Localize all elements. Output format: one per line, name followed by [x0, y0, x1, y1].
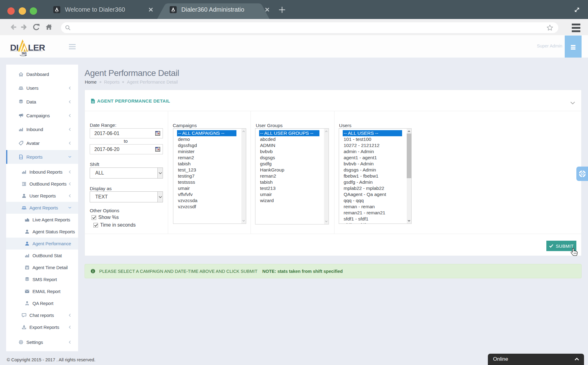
- forward-icon[interactable]: [21, 24, 27, 30]
- option-vffvfvfv[interactable]: vffvfvfv: [177, 191, 236, 198]
- option-dgssfsgd[interactable]: dgssfsgd: [177, 142, 236, 149]
- option-10272-2121212[interactable]: 10272 - 2121212: [343, 142, 402, 149]
- sidebar-item-outbound-reports[interactable]: OutBound Reports: [6, 178, 78, 190]
- sidebar-item-campaigns[interactable]: Campaigns: [6, 109, 78, 122]
- sidebar-item-inbound-reports[interactable]: Inbound Reports: [6, 166, 78, 178]
- shift-select[interactable]: ALL: [90, 167, 163, 179]
- sidebar-item-agent-status-reports[interactable]: Agent Status Reports: [6, 226, 78, 238]
- time-in-seconds-checkbox-row[interactable]: Time in seconds: [93, 222, 136, 228]
- sidebar-item-live-agent-reports[interactable]: Live Agent Reports: [6, 214, 78, 226]
- option-umair[interactable]: umair: [177, 185, 236, 191]
- breadcrumb-home[interactable]: Home: [85, 80, 97, 85]
- option-testssss[interactable]: testssss: [177, 179, 236, 185]
- sidebar-item-qa-report[interactable]: QA Report: [6, 297, 78, 309]
- sidebar-item-reports[interactable]: Reports: [6, 150, 78, 164]
- sidebar-item-agent-reports[interactable]: Agent Reports: [6, 202, 78, 214]
- option-testing7[interactable]: testing7: [177, 173, 236, 179]
- option-101-test100[interactable]: 101 - test100: [343, 136, 402, 142]
- calendar-picker-icon[interactable]: [155, 147, 160, 152]
- scroll-up-icon[interactable]: [407, 129, 411, 134]
- option-minister[interactable]: minister: [177, 149, 236, 155]
- scroll-down-icon[interactable]: [407, 218, 411, 223]
- help-widget-button[interactable]: [576, 167, 588, 181]
- show-percent-checkbox-row[interactable]: Show %s: [92, 215, 119, 220]
- option-reman2[interactable]: reman2: [177, 155, 236, 161]
- option-hankgroup[interactable]: HankGroup: [259, 167, 319, 173]
- option-demo[interactable]: demo: [177, 136, 236, 142]
- option-admin[interactable]: ADMIN: [259, 142, 319, 149]
- sidebar-item-inbound[interactable]: Inbound: [6, 122, 78, 136]
- sidebar-item-agent-time-detail[interactable]: Agent Time Detail: [6, 262, 78, 273]
- collapse-chevron-icon[interactable]: [570, 102, 575, 104]
- option-vzvzcsdf[interactable]: vzvzcsdf: [177, 204, 236, 210]
- campaigns-listbox[interactable]: -- ALL CAMPAIGNS --demodgssfsgdministerr…: [173, 128, 246, 224]
- new-tab-button[interactable]: [278, 6, 286, 14]
- checkbox-checked[interactable]: [92, 215, 96, 220]
- sidebar-item-outbound-stat[interactable]: OutBound Stat: [6, 250, 78, 262]
- option-mplab22-mplab22[interactable]: mplab22 - mplab22: [343, 185, 402, 191]
- scroll-up-icon[interactable]: [324, 129, 329, 134]
- reload-icon[interactable]: [32, 24, 40, 31]
- option-admin-admin[interactable]: admin - Admin: [343, 149, 402, 155]
- option-sfdf1-sfdf1[interactable]: sfdf1 - sfdf1: [343, 216, 402, 222]
- date-to-input[interactable]: 2017-06-20: [90, 144, 163, 154]
- browser-tab-administration[interactable]: Dialer360 Administratio: [157, 0, 270, 19]
- option-umair[interactable]: umair: [259, 191, 319, 198]
- fullscreen-icon[interactable]: [573, 6, 581, 14]
- bookmark-star-icon[interactable]: [546, 24, 553, 31]
- option-tabish[interactable]: tabish: [177, 161, 236, 167]
- option--all-campaigns-[interactable]: -- ALL CAMPAIGNS --: [177, 130, 236, 136]
- date-from-input[interactable]: 2017-06-01: [90, 128, 163, 138]
- back-icon[interactable]: [10, 24, 17, 30]
- sidebar-item-data[interactable]: Data: [6, 95, 78, 109]
- sidebar-item-settings[interactable]: Settings: [6, 335, 78, 349]
- sidebar-toggle-icon[interactable]: [69, 44, 76, 51]
- sidebar-item-chat-reports[interactable]: Chat reports: [6, 309, 78, 321]
- sidebar-item-email-report[interactable]: EMAIL Report: [6, 285, 78, 297]
- option-reman2[interactable]: reman2: [259, 173, 319, 179]
- sidebar-item-export-reports[interactable]: Export Reports: [6, 321, 78, 333]
- user-name[interactable]: Super Admin: [537, 43, 562, 48]
- option-tabish[interactable]: tabish: [259, 179, 319, 185]
- listbox-scrollbar[interactable]: [324, 129, 329, 224]
- option-dsgsgs-admin[interactable]: dsgsgs - Admin: [343, 167, 402, 173]
- listbox-scrollbar[interactable]: [407, 129, 411, 224]
- option-vzvzcsda[interactable]: vzvzcsda: [177, 198, 236, 204]
- checkbox-checked[interactable]: [93, 223, 98, 228]
- option-gsdfg[interactable]: gsdfg: [259, 161, 319, 167]
- option-fbebw1-fbebw1[interactable]: fbebw1 - fbebw1: [343, 173, 402, 179]
- option-reman-reman[interactable]: reman - reman: [343, 204, 402, 210]
- dialer360-logo[interactable]: DI LER 360: [10, 39, 47, 56]
- users-listbox[interactable]: -- ALL USERS --101 - test10010272 - 2121…: [339, 128, 412, 224]
- option-wizard[interactable]: wizard: [259, 198, 319, 204]
- header-menu-button[interactable]: [565, 36, 582, 58]
- calendar-picker-icon[interactable]: [155, 131, 160, 136]
- window-zoom-button[interactable]: [30, 7, 37, 15]
- tab-close-icon[interactable]: [265, 7, 270, 12]
- option-qaagent-qa-agent[interactable]: QAagent - Qa agent: [343, 191, 402, 198]
- option-dsgsgs[interactable]: dsgsgs: [259, 155, 319, 161]
- option-gsdfg-admin[interactable]: gsdfg - Admin: [343, 179, 402, 185]
- browser-menu-icon[interactable]: [572, 24, 580, 34]
- sidebar-item-agent-performance[interactable]: Agent Performance: [6, 238, 78, 250]
- option-test-123[interactable]: test_123: [177, 167, 236, 173]
- window-close-button[interactable]: [7, 7, 15, 15]
- option-bvbvb-admin[interactable]: bvbvb - Admin: [343, 161, 402, 167]
- address-bar[interactable]: [61, 22, 558, 33]
- option-test213[interactable]: test213: [259, 185, 319, 191]
- window-minimize-button[interactable]: [19, 7, 26, 15]
- scrollbar-thumb[interactable]: [407, 134, 411, 178]
- option--all-users-[interactable]: -- ALL USERS --: [343, 130, 402, 136]
- tab-close-icon[interactable]: [149, 7, 153, 12]
- sidebar-item-avatar[interactable]: Avatar: [6, 136, 78, 150]
- option-qqq-qqq[interactable]: qqq - qqq: [343, 198, 402, 204]
- sidebar-item-users[interactable]: Users: [6, 81, 78, 95]
- option--all-user-groups-[interactable]: -- ALL USER GROUPS --: [259, 130, 319, 136]
- scroll-up-icon[interactable]: [241, 129, 246, 134]
- option-bvbvb[interactable]: bvbvb: [259, 149, 319, 155]
- sidebar-item-sms-report[interactable]: SMS Report: [6, 273, 78, 285]
- option-agent1-agent1[interactable]: agent1 - agent1: [343, 155, 402, 161]
- scroll-down-icon[interactable]: [324, 219, 329, 224]
- home-icon[interactable]: [45, 24, 52, 30]
- option-sfdf2-sfdf2[interactable]: sfdf2 - sfdf2: [343, 222, 402, 224]
